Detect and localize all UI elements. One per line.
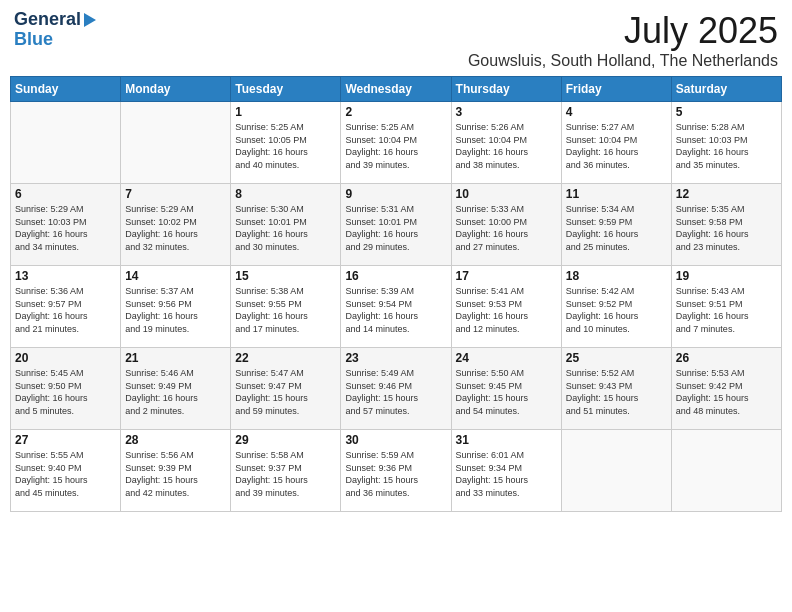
- calendar-cell: 30Sunrise: 5:59 AM Sunset: 9:36 PM Dayli…: [341, 430, 451, 512]
- day-number: 4: [566, 105, 667, 119]
- cell-sun-info: Sunrise: 5:58 AM Sunset: 9:37 PM Dayligh…: [235, 449, 336, 499]
- day-number: 1: [235, 105, 336, 119]
- calendar-cell: 13Sunrise: 5:36 AM Sunset: 9:57 PM Dayli…: [11, 266, 121, 348]
- cell-sun-info: Sunrise: 5:33 AM Sunset: 10:00 PM Daylig…: [456, 203, 557, 253]
- calendar-cell: 21Sunrise: 5:46 AM Sunset: 9:49 PM Dayli…: [121, 348, 231, 430]
- cell-sun-info: Sunrise: 5:47 AM Sunset: 9:47 PM Dayligh…: [235, 367, 336, 417]
- calendar-cell: 14Sunrise: 5:37 AM Sunset: 9:56 PM Dayli…: [121, 266, 231, 348]
- day-number: 19: [676, 269, 777, 283]
- calendar-cell: 10Sunrise: 5:33 AM Sunset: 10:00 PM Dayl…: [451, 184, 561, 266]
- calendar-cell: 17Sunrise: 5:41 AM Sunset: 9:53 PM Dayli…: [451, 266, 561, 348]
- calendar-cell: [11, 102, 121, 184]
- weekday-header-sunday: Sunday: [11, 77, 121, 102]
- cell-sun-info: Sunrise: 5:28 AM Sunset: 10:03 PM Daylig…: [676, 121, 777, 171]
- cell-sun-info: Sunrise: 5:45 AM Sunset: 9:50 PM Dayligh…: [15, 367, 116, 417]
- calendar-week-row: 1Sunrise: 5:25 AM Sunset: 10:05 PM Dayli…: [11, 102, 782, 184]
- cell-sun-info: Sunrise: 5:25 AM Sunset: 10:05 PM Daylig…: [235, 121, 336, 171]
- logo: General Blue: [14, 10, 96, 50]
- calendar-cell: 4Sunrise: 5:27 AM Sunset: 10:04 PM Dayli…: [561, 102, 671, 184]
- calendar-cell: 18Sunrise: 5:42 AM Sunset: 9:52 PM Dayli…: [561, 266, 671, 348]
- cell-sun-info: Sunrise: 5:36 AM Sunset: 9:57 PM Dayligh…: [15, 285, 116, 335]
- cell-sun-info: Sunrise: 5:31 AM Sunset: 10:01 PM Daylig…: [345, 203, 446, 253]
- day-number: 17: [456, 269, 557, 283]
- logo-general: General: [14, 10, 81, 30]
- calendar-cell: 31Sunrise: 6:01 AM Sunset: 9:34 PM Dayli…: [451, 430, 561, 512]
- calendar-cell: 8Sunrise: 5:30 AM Sunset: 10:01 PM Dayli…: [231, 184, 341, 266]
- day-number: 5: [676, 105, 777, 119]
- calendar-cell: 6Sunrise: 5:29 AM Sunset: 10:03 PM Dayli…: [11, 184, 121, 266]
- day-number: 7: [125, 187, 226, 201]
- day-number: 12: [676, 187, 777, 201]
- cell-sun-info: Sunrise: 5:52 AM Sunset: 9:43 PM Dayligh…: [566, 367, 667, 417]
- day-number: 3: [456, 105, 557, 119]
- month-title: July 2025: [468, 10, 778, 52]
- calendar-cell: 22Sunrise: 5:47 AM Sunset: 9:47 PM Dayli…: [231, 348, 341, 430]
- calendar-cell: 9Sunrise: 5:31 AM Sunset: 10:01 PM Dayli…: [341, 184, 451, 266]
- cell-sun-info: Sunrise: 5:37 AM Sunset: 9:56 PM Dayligh…: [125, 285, 226, 335]
- calendar-cell: 19Sunrise: 5:43 AM Sunset: 9:51 PM Dayli…: [671, 266, 781, 348]
- day-number: 28: [125, 433, 226, 447]
- cell-sun-info: Sunrise: 5:55 AM Sunset: 9:40 PM Dayligh…: [15, 449, 116, 499]
- cell-sun-info: Sunrise: 5:26 AM Sunset: 10:04 PM Daylig…: [456, 121, 557, 171]
- cell-sun-info: Sunrise: 5:29 AM Sunset: 10:03 PM Daylig…: [15, 203, 116, 253]
- cell-sun-info: Sunrise: 5:38 AM Sunset: 9:55 PM Dayligh…: [235, 285, 336, 335]
- day-number: 15: [235, 269, 336, 283]
- cell-sun-info: Sunrise: 6:01 AM Sunset: 9:34 PM Dayligh…: [456, 449, 557, 499]
- calendar-week-row: 6Sunrise: 5:29 AM Sunset: 10:03 PM Dayli…: [11, 184, 782, 266]
- day-number: 2: [345, 105, 446, 119]
- calendar-cell: [561, 430, 671, 512]
- cell-sun-info: Sunrise: 5:35 AM Sunset: 9:58 PM Dayligh…: [676, 203, 777, 253]
- cell-sun-info: Sunrise: 5:43 AM Sunset: 9:51 PM Dayligh…: [676, 285, 777, 335]
- cell-sun-info: Sunrise: 5:25 AM Sunset: 10:04 PM Daylig…: [345, 121, 446, 171]
- calendar-cell: 3Sunrise: 5:26 AM Sunset: 10:04 PM Dayli…: [451, 102, 561, 184]
- calendar-cell: 25Sunrise: 5:52 AM Sunset: 9:43 PM Dayli…: [561, 348, 671, 430]
- calendar-cell: 26Sunrise: 5:53 AM Sunset: 9:42 PM Dayli…: [671, 348, 781, 430]
- calendar-cell: 11Sunrise: 5:34 AM Sunset: 9:59 PM Dayli…: [561, 184, 671, 266]
- calendar-cell: 2Sunrise: 5:25 AM Sunset: 10:04 PM Dayli…: [341, 102, 451, 184]
- cell-sun-info: Sunrise: 5:39 AM Sunset: 9:54 PM Dayligh…: [345, 285, 446, 335]
- day-number: 31: [456, 433, 557, 447]
- cell-sun-info: Sunrise: 5:41 AM Sunset: 9:53 PM Dayligh…: [456, 285, 557, 335]
- day-number: 23: [345, 351, 446, 365]
- day-number: 10: [456, 187, 557, 201]
- cell-sun-info: Sunrise: 5:53 AM Sunset: 9:42 PM Dayligh…: [676, 367, 777, 417]
- day-number: 29: [235, 433, 336, 447]
- day-number: 6: [15, 187, 116, 201]
- cell-sun-info: Sunrise: 5:50 AM Sunset: 9:45 PM Dayligh…: [456, 367, 557, 417]
- cell-sun-info: Sunrise: 5:59 AM Sunset: 9:36 PM Dayligh…: [345, 449, 446, 499]
- day-number: 9: [345, 187, 446, 201]
- cell-sun-info: Sunrise: 5:29 AM Sunset: 10:02 PM Daylig…: [125, 203, 226, 253]
- calendar-cell: 7Sunrise: 5:29 AM Sunset: 10:02 PM Dayli…: [121, 184, 231, 266]
- day-number: 30: [345, 433, 446, 447]
- cell-sun-info: Sunrise: 5:49 AM Sunset: 9:46 PM Dayligh…: [345, 367, 446, 417]
- calendar-table: SundayMondayTuesdayWednesdayThursdayFrid…: [10, 76, 782, 512]
- location-title: Gouwsluis, South Holland, The Netherland…: [468, 52, 778, 70]
- calendar-week-row: 13Sunrise: 5:36 AM Sunset: 9:57 PM Dayli…: [11, 266, 782, 348]
- calendar-week-row: 20Sunrise: 5:45 AM Sunset: 9:50 PM Dayli…: [11, 348, 782, 430]
- day-number: 25: [566, 351, 667, 365]
- calendar-cell: 1Sunrise: 5:25 AM Sunset: 10:05 PM Dayli…: [231, 102, 341, 184]
- calendar-cell: 24Sunrise: 5:50 AM Sunset: 9:45 PM Dayli…: [451, 348, 561, 430]
- cell-sun-info: Sunrise: 5:42 AM Sunset: 9:52 PM Dayligh…: [566, 285, 667, 335]
- calendar-cell: 27Sunrise: 5:55 AM Sunset: 9:40 PM Dayli…: [11, 430, 121, 512]
- cell-sun-info: Sunrise: 5:46 AM Sunset: 9:49 PM Dayligh…: [125, 367, 226, 417]
- weekday-header-friday: Friday: [561, 77, 671, 102]
- logo-blue: Blue: [14, 30, 53, 50]
- calendar-cell: [671, 430, 781, 512]
- weekday-header-monday: Monday: [121, 77, 231, 102]
- cell-sun-info: Sunrise: 5:27 AM Sunset: 10:04 PM Daylig…: [566, 121, 667, 171]
- day-number: 14: [125, 269, 226, 283]
- calendar-cell: 16Sunrise: 5:39 AM Sunset: 9:54 PM Dayli…: [341, 266, 451, 348]
- day-number: 26: [676, 351, 777, 365]
- calendar-cell: 29Sunrise: 5:58 AM Sunset: 9:37 PM Dayli…: [231, 430, 341, 512]
- calendar-cell: 23Sunrise: 5:49 AM Sunset: 9:46 PM Dayli…: [341, 348, 451, 430]
- day-number: 16: [345, 269, 446, 283]
- cell-sun-info: Sunrise: 5:34 AM Sunset: 9:59 PM Dayligh…: [566, 203, 667, 253]
- day-number: 21: [125, 351, 226, 365]
- calendar-cell: 20Sunrise: 5:45 AM Sunset: 9:50 PM Dayli…: [11, 348, 121, 430]
- weekday-header-row: SundayMondayTuesdayWednesdayThursdayFrid…: [11, 77, 782, 102]
- cell-sun-info: Sunrise: 5:30 AM Sunset: 10:01 PM Daylig…: [235, 203, 336, 253]
- calendar-week-row: 27Sunrise: 5:55 AM Sunset: 9:40 PM Dayli…: [11, 430, 782, 512]
- calendar-cell: 15Sunrise: 5:38 AM Sunset: 9:55 PM Dayli…: [231, 266, 341, 348]
- weekday-header-saturday: Saturday: [671, 77, 781, 102]
